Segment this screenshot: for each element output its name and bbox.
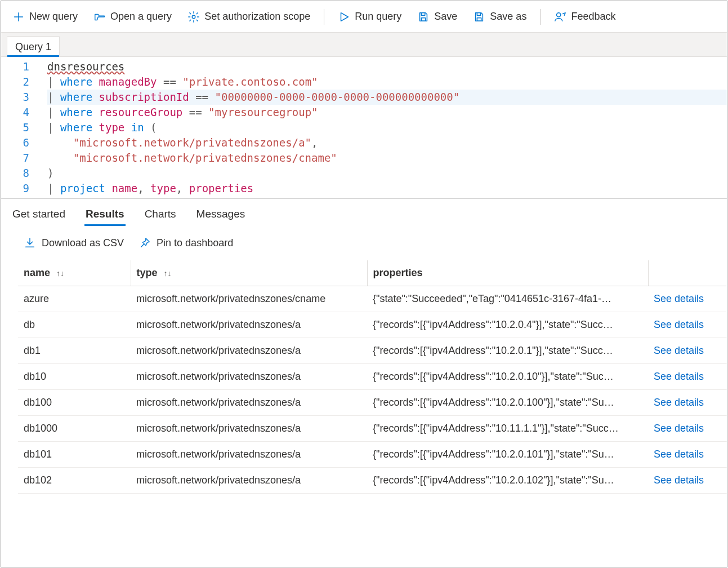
tab-query1-label: Query 1 — [15, 41, 51, 52]
sort-icon: ↑↓ — [56, 269, 64, 278]
query-tabs: Query 1 — [1, 33, 727, 57]
cell-name: db — [18, 312, 131, 338]
col-header-properties-label: properties — [373, 267, 423, 278]
table-row[interactable]: db101microsoft.network/privatednszones/a… — [18, 442, 727, 468]
table-row[interactable]: azuremicrosoft.network/privatednszones/c… — [18, 286, 727, 312]
table-row[interactable]: db102microsoft.network/privatednszones/a… — [18, 468, 727, 494]
set-scope-button[interactable]: Set authorization scope — [181, 7, 317, 26]
cell-properties: {"records":[{"ipv4Address":"10.2.0.4"}],… — [367, 312, 648, 338]
tab-query1[interactable]: Query 1 — [7, 36, 60, 56]
feedback-icon — [554, 11, 566, 23]
result-tabs: Get started Results Charts Messages — [1, 199, 727, 227]
cell-properties: {"records":[{"ipv4Address":"10.2.0.10"}]… — [367, 364, 648, 390]
folder-open-icon — [93, 11, 106, 23]
see-details-link[interactable]: See details — [654, 293, 704, 304]
see-details-link[interactable]: See details — [654, 449, 704, 460]
table-row[interactable]: db10microsoft.network/privatednszones/a{… — [18, 364, 727, 390]
new-query-button[interactable]: New query — [6, 7, 84, 26]
download-csv-button[interactable]: Download as CSV — [24, 237, 124, 249]
results-table: name ↑↓ type ↑↓ properties azuremicros — [18, 260, 727, 494]
cell-name: db1 — [18, 338, 131, 364]
run-query-button[interactable]: Run query — [331, 7, 408, 26]
line-gutter: 123456789 — [1, 57, 42, 198]
gear-icon — [187, 11, 200, 23]
cell-name: db101 — [18, 442, 131, 468]
tab-charts-label: Charts — [145, 208, 176, 220]
code-area[interactable]: dnsresources| where managedBy == "privat… — [42, 57, 727, 198]
col-header-type-label: type — [137, 267, 158, 278]
results-area: Get started Results Charts Messages Down… — [1, 198, 727, 567]
cell-name: db100 — [18, 390, 131, 416]
play-icon — [338, 11, 350, 23]
save-button[interactable]: Save — [410, 7, 464, 26]
svg-point-1 — [557, 12, 561, 16]
tab-get-started-label: Get started — [12, 208, 65, 220]
save-as-button[interactable]: Save as — [466, 7, 533, 26]
toolbar: New query Open a query Set authorization… — [1, 1, 727, 33]
tab-messages-label: Messages — [196, 208, 245, 220]
cell-properties: {"records":[{"ipv4Address":"10.2.0.102"}… — [367, 468, 648, 494]
cell-type: microsoft.network/privatednszones/a — [131, 468, 367, 494]
feedback-label: Feedback — [571, 11, 615, 23]
cell-properties: {"records":[{"ipv4Address":"10.2.0.1"}],… — [367, 338, 648, 364]
results-table-wrap: name ↑↓ type ↑↓ properties azuremicros — [1, 252, 727, 567]
query-editor[interactable]: 123456789 dnsresources| where managedBy … — [1, 57, 727, 198]
see-details-link[interactable]: See details — [654, 371, 704, 382]
tab-charts[interactable]: Charts — [144, 205, 177, 226]
run-query-label: Run query — [355, 11, 401, 23]
table-row[interactable]: db1microsoft.network/privatednszones/a{"… — [18, 338, 727, 364]
save-as-label: Save as — [490, 11, 526, 23]
cell-name: azure — [18, 286, 131, 312]
pin-icon — [139, 237, 151, 249]
download-icon — [24, 237, 36, 249]
cell-type: microsoft.network/privatednszones/a — [131, 390, 367, 416]
svg-point-0 — [192, 15, 195, 19]
cell-properties: {"records":[{"ipv4Address":"10.2.0.101"}… — [367, 442, 648, 468]
table-row[interactable]: db100microsoft.network/privatednszones/a… — [18, 390, 727, 416]
col-header-name[interactable]: name ↑↓ — [18, 260, 131, 286]
see-details-link[interactable]: See details — [654, 474, 704, 486]
cell-type: microsoft.network/privatednszones/a — [131, 312, 367, 338]
plus-icon — [12, 11, 25, 23]
see-details-link[interactable]: See details — [654, 397, 704, 408]
new-query-label: New query — [29, 11, 78, 23]
cell-type: microsoft.network/privatednszones/cname — [131, 286, 367, 312]
cell-properties: {"records":[{"ipv4Address":"10.11.1.1"}]… — [367, 416, 648, 442]
col-header-type[interactable]: type ↑↓ — [131, 260, 367, 286]
tab-results[interactable]: Results — [84, 205, 126, 226]
open-query-label: Open a query — [110, 11, 172, 23]
result-actions: Download as CSV Pin to dashboard — [1, 227, 727, 252]
cell-type: microsoft.network/privatednszones/a — [131, 442, 367, 468]
toolbar-separator — [324, 9, 324, 25]
table-row[interactable]: db1000microsoft.network/privatednszones/… — [18, 416, 727, 442]
col-header-properties[interactable]: properties — [367, 260, 648, 286]
cell-name: db10 — [18, 364, 131, 390]
open-query-button[interactable]: Open a query — [87, 7, 178, 26]
set-scope-label: Set authorization scope — [204, 11, 310, 23]
save-label: Save — [434, 11, 457, 23]
see-details-link[interactable]: See details — [654, 423, 704, 434]
see-details-link[interactable]: See details — [654, 345, 704, 356]
cell-type: microsoft.network/privatednszones/a — [131, 338, 367, 364]
tab-messages[interactable]: Messages — [195, 205, 247, 226]
tab-results-label: Results — [86, 208, 124, 220]
cell-properties: {"state":"Succeeded","eTag":"0414651c-31… — [367, 286, 648, 312]
pin-dashboard-button[interactable]: Pin to dashboard — [139, 237, 233, 249]
table-row[interactable]: dbmicrosoft.network/privatednszones/a{"r… — [18, 312, 727, 338]
col-header-name-label: name — [24, 267, 50, 278]
pin-dashboard-label: Pin to dashboard — [157, 237, 233, 249]
download-csv-label: Download as CSV — [42, 237, 124, 249]
tab-get-started[interactable]: Get started — [11, 205, 66, 226]
see-details-link[interactable]: See details — [654, 319, 704, 330]
save-as-icon — [473, 11, 485, 23]
cell-type: microsoft.network/privatednszones/a — [131, 416, 367, 442]
col-header-details — [648, 260, 727, 286]
cell-properties: {"records":[{"ipv4Address":"10.2.0.100"}… — [367, 390, 648, 416]
cell-name: db1000 — [18, 416, 131, 442]
cell-type: microsoft.network/privatednszones/a — [131, 364, 367, 390]
toolbar-separator — [540, 9, 541, 25]
sort-icon: ↑↓ — [164, 269, 172, 278]
feedback-button[interactable]: Feedback — [547, 7, 622, 26]
save-icon — [417, 11, 430, 23]
cell-name: db102 — [18, 468, 131, 494]
